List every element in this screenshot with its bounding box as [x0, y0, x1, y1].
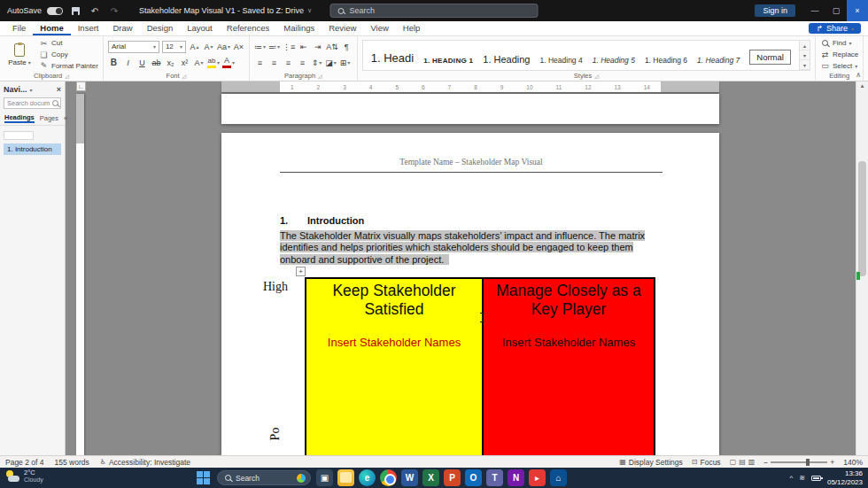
menu-tab-layout[interactable]: Layout [180, 21, 220, 35]
bullets-button[interactable]: ≔▾ [254, 41, 266, 53]
numbering-button[interactable]: ≕▾ [268, 41, 280, 53]
select-button[interactable]: ▭Select▾ [820, 60, 858, 71]
borders-button[interactable]: ⊞▾ [339, 57, 351, 69]
font-dialog-launcher[interactable]: ◿ [182, 73, 187, 79]
page-indicator[interactable]: Page 2 of 4 [5, 458, 43, 467]
sign-in-button[interactable]: Sign in [755, 4, 795, 17]
shading-button[interactable]: ◪▾ [325, 57, 337, 69]
print-layout-button[interactable]: ▤ [739, 458, 746, 466]
zoom-out-button[interactable]: − [763, 458, 768, 467]
accessibility-status[interactable]: ♿Accessibility: Investigate [100, 458, 190, 467]
close-button[interactable]: × [847, 0, 868, 21]
strikethrough-button[interactable]: ab [151, 57, 162, 69]
align-right-button[interactable]: ≡ [283, 57, 294, 69]
matrix-cell-keep-satisfied[interactable]: Keep Stakeholder Satisfied Insert Stakeh… [305, 277, 484, 455]
change-case-button[interactable]: Aa▾ [217, 41, 230, 53]
show-marks-button[interactable]: ¶ [341, 41, 353, 53]
style-1-heading-1[interactable]: 1. HEADING 1 [423, 57, 473, 65]
page-1-bottom[interactable] [221, 94, 719, 124]
maximize-button[interactable]: ▢ [825, 0, 847, 21]
font-color-button[interactable]: A▾ [222, 57, 235, 69]
taskbar-app-outlook[interactable]: O [465, 469, 482, 486]
multilevel-list-button[interactable]: ⋮≡ [283, 41, 295, 53]
sort-button[interactable]: A⇅ [326, 41, 338, 53]
taskbar-app-file-explorer[interactable] [337, 469, 354, 486]
styles-scroll-up[interactable]: ▴ [800, 41, 810, 50]
style-normal[interactable]: Normal [749, 50, 791, 65]
document-title[interactable]: Stakeholder Map Visual V1 - Saved to Z: … [139, 6, 312, 15]
increase-indent-button[interactable]: ⇥ [312, 41, 323, 53]
page-2[interactable]: Template Name – Stakeholder Map Visual 1… [221, 133, 719, 455]
taskbar-app-powerpoint[interactable]: P [444, 469, 461, 486]
style-1-heading[interactable]: 1. Heading [483, 54, 530, 65]
taskbar-app-media[interactable]: ▸ [529, 469, 546, 486]
menu-tab-insert[interactable]: Insert [71, 21, 106, 35]
style-1-heading-4[interactable]: 1. Heading 4 [539, 56, 582, 65]
text-effects-button[interactable]: A▾ [193, 57, 205, 69]
zoom-slider[interactable] [771, 461, 827, 463]
bold-button[interactable]: B [108, 57, 120, 69]
align-left-button[interactable]: ≡ [254, 57, 266, 69]
menu-tab-draw[interactable]: Draw [105, 21, 139, 35]
clear-formatting-button[interactable]: A× [233, 41, 244, 53]
font-size-select[interactable]: 12▾ [162, 41, 186, 53]
horizontal-ruler[interactable]: 1234567891011121314 [221, 81, 719, 92]
highlight-color-button[interactable]: ab▾ [207, 57, 220, 69]
taskbar-app-onenote[interactable]: N [508, 469, 524, 486]
superscript-button[interactable]: x² [179, 57, 190, 69]
table-move-handle[interactable]: + [296, 267, 306, 276]
zoom-slider-knob[interactable] [806, 459, 810, 466]
style-1-heading-6[interactable]: 1. Heading 6 [645, 56, 687, 65]
clipboard-dialog-launcher[interactable]: ◿ [65, 73, 69, 79]
taskbar-search[interactable]: Search [217, 470, 311, 485]
find-button[interactable]: Find▾ [820, 38, 858, 49]
navpane-search-input[interactable]: Search docum [4, 97, 61, 109]
navpane-close-icon[interactable]: × [57, 85, 61, 94]
menu-tab-file[interactable]: File [5, 21, 33, 35]
redo-icon[interactable]: ↷ [107, 4, 121, 18]
tab-stop-selector[interactable]: ∟ [76, 81, 86, 91]
grow-font-button[interactable]: A▴ [189, 41, 200, 53]
menu-tab-review[interactable]: Review [322, 21, 363, 35]
taskbar-app-store[interactable]: ⌂ [550, 469, 567, 486]
battery-icon[interactable] [811, 476, 821, 481]
autosave-toggle[interactable] [47, 7, 63, 15]
styles-scroll-down[interactable]: ▾ [800, 50, 810, 60]
underline-button[interactable]: U [136, 57, 148, 69]
italic-button[interactable]: I [122, 57, 134, 69]
read-mode-button[interactable]: ▢ [730, 458, 737, 466]
styles-more-button[interactable]: ▾ [800, 60, 810, 70]
shrink-font-button[interactable]: A▾ [203, 41, 214, 53]
navpane-tab-pages[interactable]: Pages [40, 114, 58, 122]
display-settings-button[interactable]: ▦Display Settings [619, 458, 683, 467]
cut-button[interactable]: ✂Cut [39, 38, 98, 49]
web-layout-button[interactable]: ▥ [748, 458, 756, 466]
nav-heading-item-introduction[interactable]: 1. Introduction [4, 143, 61, 155]
copy-button[interactable]: ❏Copy [39, 50, 98, 60]
menu-tab-help[interactable]: Help [396, 21, 428, 35]
menu-tab-mailings[interactable]: Mailings [276, 21, 322, 35]
taskbar-app-edge[interactable]: e [359, 469, 376, 486]
replace-button[interactable]: ⇄Replace [820, 50, 858, 60]
undo-icon[interactable]: ↶ [88, 4, 102, 18]
start-button[interactable] [197, 471, 210, 484]
navpane-tab-headings[interactable]: Headings [4, 113, 35, 123]
align-center-button[interactable]: ≡ [268, 57, 280, 69]
zoom-in-button[interactable]: + [830, 458, 834, 467]
titlebar-search[interactable]: Search [330, 4, 539, 18]
style-1-heading-5[interactable]: 1. Heading 5 [593, 56, 635, 65]
format-painter-button[interactable]: ✎Format Painter [39, 60, 98, 71]
share-button[interactable]: ↱ Share ▾ [809, 23, 861, 34]
focus-button[interactable]: ⊡Focus [692, 458, 721, 467]
save-icon[interactable] [68, 4, 82, 18]
taskbar-app-chrome[interactable] [380, 469, 397, 486]
taskbar-app-task-view[interactable]: ▣ [316, 469, 333, 486]
word-count[interactable]: 155 words [54, 458, 89, 467]
nav-heading-item-blank[interactable] [4, 131, 34, 140]
network-icon[interactable]: ≋ [799, 474, 805, 482]
taskbar-app-excel[interactable]: X [422, 469, 439, 486]
style-1-headi[interactable]: 1. Headi [371, 51, 414, 65]
collapse-ribbon-button[interactable]: ∧ [856, 71, 861, 79]
menu-tab-home[interactable]: Home [33, 21, 70, 35]
clock[interactable]: 13:36 05/12/2023 [827, 469, 863, 486]
